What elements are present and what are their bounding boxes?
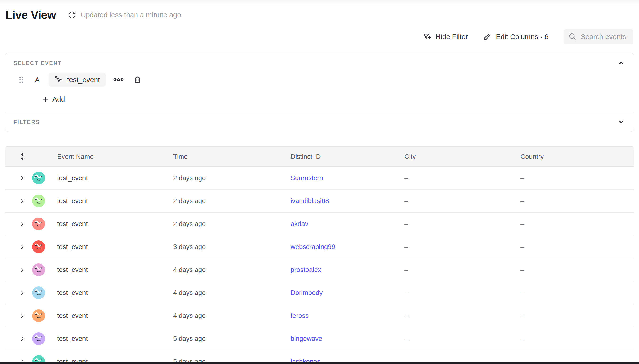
cell-city: – <box>404 289 521 296</box>
search-input[interactable] <box>581 33 628 41</box>
expand-row-button[interactable] <box>13 244 31 250</box>
selected-event-name: test_event <box>67 76 100 84</box>
cell-event-name: test_event <box>57 312 173 320</box>
chevron-right-icon <box>19 267 25 273</box>
cell-event-name: test_event <box>57 243 173 251</box>
user-avatar <box>32 172 45 184</box>
cell-distinct-id-link[interactable]: feross <box>291 312 404 320</box>
add-event-button[interactable]: Add <box>42 95 623 103</box>
cell-city: – <box>404 335 521 342</box>
doodle-face-icon <box>32 218 45 230</box>
chevron-right-icon <box>19 221 25 227</box>
cell-event-name: test_event <box>57 174 173 182</box>
cell-distinct-id-link[interactable]: Dorimoody <box>291 289 404 296</box>
chevron-right-icon <box>19 336 25 342</box>
cell-distinct-id-link[interactable]: ivandiblasi68 <box>291 197 404 205</box>
event-series-letter: A <box>34 76 40 84</box>
select-event-label: SELECT EVENT <box>14 60 623 66</box>
column-header-time[interactable]: Time <box>173 153 291 160</box>
cell-time: 3 days ago <box>173 243 291 251</box>
select-event-section: SELECT EVENT A <box>5 53 634 113</box>
doodle-face-icon <box>32 172 45 184</box>
column-header-event-name[interactable]: Event Name <box>57 153 173 160</box>
filters-section: FILTERS <box>5 113 634 132</box>
cell-distinct-id-link[interactable]: Sunrostern <box>291 174 404 182</box>
expand-row-button[interactable] <box>13 198 31 204</box>
column-header-distinct-id[interactable]: Distinct ID <box>291 153 404 160</box>
table-row[interactable]: test_event 4 days ago prostoalex – – <box>5 258 634 282</box>
cell-city: – <box>404 197 521 205</box>
table-body: test_event 2 days ago Sunrostern – – <box>5 166 634 364</box>
search-icon <box>568 33 576 41</box>
edit-columns-button[interactable]: Edit Columns · 6 <box>483 32 548 41</box>
expand-row-button[interactable] <box>13 313 31 319</box>
cell-time: 2 days ago <box>173 220 291 228</box>
cell-event-name: test_event <box>57 335 173 342</box>
expand-row-button[interactable] <box>13 290 31 296</box>
table-row[interactable]: test_event 3 days ago webscraping99 – – <box>5 236 634 258</box>
expand-row-button[interactable] <box>13 267 31 273</box>
expand-row-button[interactable] <box>13 336 31 342</box>
user-avatar <box>32 218 45 230</box>
cell-country: – <box>521 197 634 205</box>
edit-columns-label: Edit Columns · 6 <box>496 33 548 41</box>
cell-distinct-id-link[interactable]: akdav <box>291 220 404 228</box>
cell-time: 2 days ago <box>173 197 291 205</box>
search-box[interactable] <box>564 29 633 44</box>
cell-country: – <box>521 335 634 342</box>
toolbar: Hide Filter Edit Columns · 6 <box>0 29 633 44</box>
table-row[interactable]: test_event 2 days ago akdav – – <box>5 212 634 236</box>
pencil-icon <box>483 32 492 41</box>
column-header-country[interactable]: Country <box>521 153 634 160</box>
query-builder-card: SELECT EVENT A <box>5 53 634 132</box>
event-selector-button[interactable]: test_event <box>49 73 106 86</box>
cell-event-name: test_event <box>57 220 173 228</box>
cell-country: – <box>521 174 634 182</box>
table-header: Event Name Time Distinct ID City Country <box>5 147 634 166</box>
hide-filter-button[interactable]: Hide Filter <box>423 32 468 41</box>
expand-row-button[interactable] <box>13 175 31 181</box>
hide-filter-label: Hide Filter <box>436 33 468 41</box>
cell-country: – <box>521 312 634 320</box>
chevron-right-icon <box>19 313 25 319</box>
cursor-click-icon <box>55 76 63 84</box>
table-row[interactable]: test_event 5 days ago bingewave – – <box>5 327 634 350</box>
table-row[interactable]: test_event 2 days ago Sunrostern – – <box>5 166 634 190</box>
chevron-right-icon <box>19 290 25 296</box>
plus-icon <box>42 96 49 103</box>
user-avatar <box>32 332 45 345</box>
column-header-city[interactable]: City <box>404 153 521 160</box>
page-header: Live View Updated less than a minute ago <box>6 8 639 22</box>
cell-event-name: test_event <box>57 266 173 274</box>
delete-event-button[interactable] <box>133 76 141 84</box>
cell-event-name: test_event <box>57 197 173 205</box>
user-avatar <box>32 194 45 207</box>
cell-distinct-id-link[interactable]: bingewave <box>291 335 404 342</box>
drag-handle-icon[interactable] <box>19 76 24 83</box>
collapse-section-button[interactable] <box>617 59 625 67</box>
doodle-face-icon <box>32 332 45 345</box>
cell-country: – <box>521 289 634 296</box>
table-row[interactable]: test_event 2 days ago ivandiblasi68 – – <box>5 190 634 212</box>
cell-time: 5 days ago <box>173 335 291 342</box>
cell-time: 4 days ago <box>173 312 291 320</box>
doodle-face-icon <box>32 264 45 276</box>
cell-distinct-id-link[interactable]: webscraping99 <box>291 243 404 251</box>
cell-city: – <box>404 174 521 182</box>
cell-city: – <box>404 220 521 228</box>
expand-filters-button[interactable] <box>617 118 625 126</box>
bottom-edge-strip <box>0 362 639 364</box>
table-row[interactable]: test_event 4 days ago feross – – <box>5 304 634 327</box>
cell-city: – <box>404 266 521 274</box>
expand-row-button[interactable] <box>13 221 31 227</box>
user-avatar <box>32 264 45 276</box>
collapse-rows-button[interactable] <box>13 153 31 161</box>
doodle-face-icon <box>32 286 45 299</box>
filter-plus-icon <box>423 32 431 41</box>
refresh-button[interactable] <box>67 10 77 20</box>
user-avatar <box>32 309 45 322</box>
cell-distinct-id-link[interactable]: prostoalex <box>291 266 404 274</box>
table-row[interactable]: test_event 4 days ago Dorimoody – – <box>5 282 634 304</box>
chevron-up-icon <box>617 59 625 67</box>
more-options-button[interactable] <box>113 76 124 83</box>
